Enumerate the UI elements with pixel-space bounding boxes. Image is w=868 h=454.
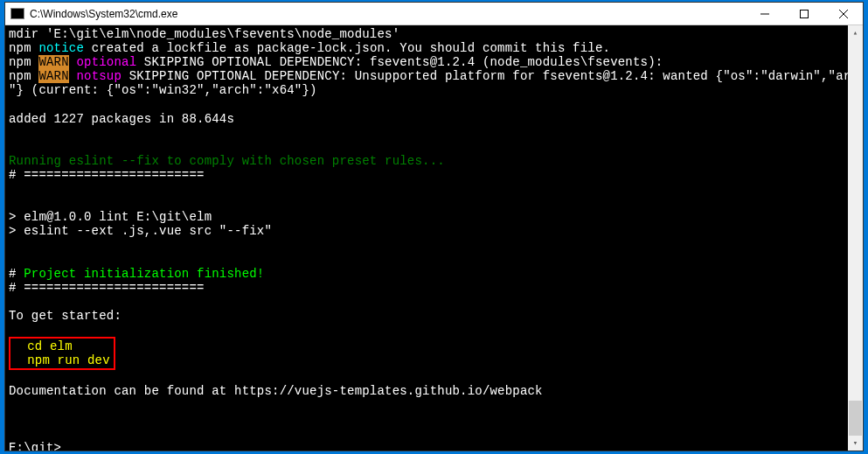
output-line: > eslint --ext .js,.vue src "--fix" [9, 224, 272, 238]
output-line: mdir 'E:\git\elm\node_modules\fsevents\n… [9, 27, 399, 41]
warn-label: WARN [38, 69, 68, 83]
notsup-label: notsup [76, 69, 122, 83]
output-line: "} (current: {"os":"win32","arch":"x64"}… [9, 83, 317, 97]
npm-label: npm [9, 55, 31, 69]
window-title: C:\Windows\System32\cmd.exe [30, 8, 745, 20]
output-line: # ======================== [9, 168, 205, 182]
output-line: SKIPPING OPTIONAL DEPENDENCY: Unsupporte… [122, 69, 848, 83]
titlebar-buttons [745, 3, 863, 24]
scrollbar[interactable]: ▴ ▾ [848, 25, 863, 451]
scroll-up-button[interactable]: ▴ [848, 25, 863, 40]
close-button[interactable] [823, 3, 863, 24]
cmd-icon [10, 8, 24, 19]
svg-rect-1 [800, 10, 808, 17]
output-line: # ======================== [9, 281, 205, 295]
npm-label: npm [9, 69, 31, 83]
cmd-cd: cd elm [12, 339, 73, 353]
npm-label: npm [9, 41, 31, 55]
terminal-area: mdir 'E:\git\elm\node_modules\fsevents\n… [5, 25, 863, 451]
hash-label: # [9, 267, 17, 281]
cmd-window: C:\Windows\System32\cmd.exe mdir 'E:\git… [4, 2, 864, 451]
output-line: SKIPPING OPTIONAL DEPENDENCY: fsevents@1… [136, 55, 663, 69]
prompt: E:\git> [9, 441, 61, 451]
scrollbar-track[interactable] [848, 40, 863, 436]
maximize-button[interactable] [784, 3, 823, 24]
notice-label: notice [38, 41, 84, 55]
highlighted-commands: cd elm npm run dev [9, 337, 115, 370]
terminal-output[interactable]: mdir 'E:\git\elm\node_modules\fsevents\n… [5, 25, 848, 451]
cmd-run: npm run dev [12, 353, 110, 367]
output-line: To get started: [9, 309, 122, 323]
minimize-button[interactable] [745, 3, 784, 24]
output-line: Documentation can be found at https://vu… [9, 384, 543, 398]
output-line: > elm@1.0.0 lint E:\git\elm [9, 210, 212, 224]
warn-label: WARN [38, 55, 68, 69]
output-line: added 1227 packages in 88.644s [9, 112, 234, 126]
output-line: Project initialization finished! [17, 267, 265, 281]
output-line: Running eslint --fix to comply with chos… [9, 154, 445, 168]
scroll-down-button[interactable]: ▾ [848, 436, 863, 451]
titlebar[interactable]: C:\Windows\System32\cmd.exe [5, 3, 863, 25]
optional-label: optional [76, 55, 136, 69]
output-line: created a lockfile as package-lock.json.… [84, 41, 610, 55]
scrollbar-thumb[interactable] [849, 401, 862, 436]
